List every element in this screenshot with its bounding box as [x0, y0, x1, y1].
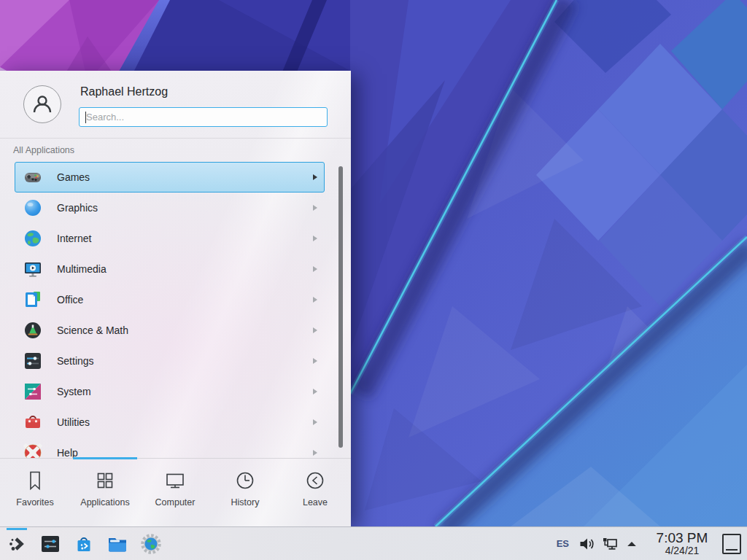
science-icon [23, 321, 42, 340]
games-icon [23, 168, 42, 187]
menu-item-label: Science & Math [57, 324, 128, 336]
submenu-arrow-icon [313, 327, 317, 333]
settings-icon [23, 351, 42, 370]
keyboard-layout-indicator[interactable]: ES [557, 538, 569, 549]
active-tab-indicator [73, 457, 137, 459]
system-settings-button[interactable] [39, 533, 61, 555]
application-launcher-button[interactable] [6, 533, 28, 555]
tab-label: History [231, 497, 260, 508]
menu-item-office[interactable]: Office [15, 284, 325, 315]
tab-label: Leave [303, 497, 328, 508]
submenu-arrow-icon [313, 236, 317, 241]
menu-item-label: Games [57, 171, 90, 183]
taskbar: ES 7:03 PM 4/24/21 [0, 526, 747, 560]
discover-button[interactable] [73, 533, 95, 555]
tab-leave[interactable]: Leave [280, 459, 350, 526]
office-icon [23, 290, 42, 309]
tab-label: Computer [155, 497, 196, 508]
clock-icon [234, 470, 256, 491]
launcher-tabbar: Favorites Applications Computer [0, 458, 351, 526]
user-avatar[interactable] [23, 85, 61, 123]
user-icon [30, 92, 55, 117]
search-field[interactable] [79, 107, 328, 127]
monitor-icon [164, 470, 186, 491]
submenu-arrow-icon [313, 297, 317, 303]
search-input[interactable] [80, 108, 327, 126]
menu-item-label: Office [57, 294, 83, 306]
tab-label: Favorites [16, 497, 53, 508]
application-launcher-icon [6, 533, 28, 555]
tab-label: Applications [80, 497, 129, 508]
menu-item-settings[interactable]: Settings [15, 346, 325, 376]
konqueror-button[interactable] [140, 533, 162, 555]
dolphin-button[interactable] [107, 533, 128, 555]
menu-item-multimedia[interactable]: Multimedia [15, 254, 325, 284]
category-list: Games Graphics [15, 162, 325, 458]
digital-clock[interactable]: 7:03 PM 4/24/21 [651, 531, 713, 556]
clock-time: 7:03 PM [651, 531, 713, 545]
help-icon [23, 443, 42, 458]
internet-icon [23, 229, 42, 248]
scrollbar-thumb[interactable] [338, 166, 343, 448]
submenu-arrow-icon [313, 389, 317, 394]
menu-item-help[interactable]: Help [15, 438, 325, 458]
clock-date: 4/24/21 [651, 545, 713, 556]
menu-item-label: Internet [57, 233, 91, 244]
system-icon [23, 382, 42, 401]
tab-favorites[interactable]: Favorites [0, 459, 70, 526]
menu-item-graphics[interactable]: Graphics [15, 192, 325, 223]
menu-item-label: Help [57, 447, 78, 458]
menu-item-label: Settings [57, 355, 94, 367]
system-settings-icon [39, 533, 61, 555]
menu-item-label: Utilities [57, 416, 90, 428]
show-desktop-button[interactable] [722, 534, 741, 554]
tab-history[interactable]: History [210, 459, 280, 526]
submenu-arrow-icon [313, 174, 317, 180]
konqueror-icon [140, 533, 162, 555]
tab-computer[interactable]: Computer [140, 459, 210, 526]
graphics-icon [23, 198, 42, 217]
submenu-arrow-icon [313, 358, 317, 364]
menu-item-label: System [57, 386, 91, 397]
desktop: Raphael Hertzog All Applications Games [0, 0, 747, 560]
menu-item-system[interactable]: System [15, 376, 325, 407]
user-name: Raphael Hertzog [80, 85, 168, 98]
menu-item-label: Multimedia [57, 263, 107, 275]
leave-icon [304, 470, 326, 491]
utilities-icon [23, 413, 42, 432]
menu-item-games[interactable]: Games [15, 162, 325, 192]
system-tray: ES 7:03 PM 4/24/21 [557, 531, 747, 556]
submenu-arrow-icon [313, 419, 317, 425]
header-separator [0, 138, 351, 139]
submenu-arrow-icon [313, 205, 317, 211]
section-label: All Applications [13, 145, 74, 155]
multimedia-icon [23, 260, 42, 279]
tab-applications[interactable]: Applications [70, 459, 140, 526]
dolphin-folder-icon [107, 533, 128, 555]
discover-icon [73, 533, 95, 555]
expand-tray-arrow-icon[interactable] [624, 537, 639, 551]
application-launcher-popup: Raphael Hertzog All Applications Games [0, 71, 351, 526]
menu-item-internet[interactable]: Internet [15, 223, 325, 254]
active-task-indicator [7, 528, 27, 530]
show-desktop-glyph [726, 549, 738, 551]
submenu-arrow-icon [313, 266, 317, 272]
text-caret [85, 112, 86, 123]
submenu-arrow-icon [313, 450, 317, 456]
volume-icon[interactable] [578, 535, 595, 553]
menu-item-utilities[interactable]: Utilities [15, 407, 325, 438]
network-icon[interactable] [601, 535, 619, 553]
bookmark-icon [24, 470, 46, 491]
menu-item-label: Graphics [57, 202, 98, 214]
grid-icon [94, 470, 116, 491]
menu-item-science-math[interactable]: Science & Math [15, 315, 325, 346]
